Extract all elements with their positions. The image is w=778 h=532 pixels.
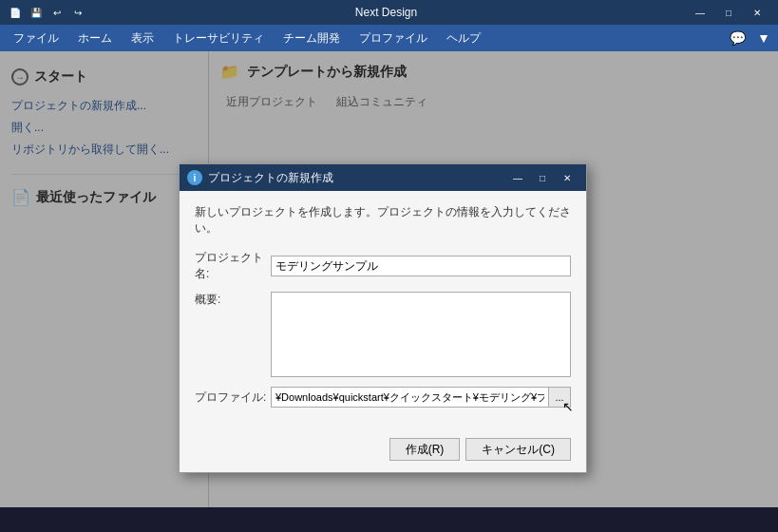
cursor-icon: ↖ bbox=[562, 399, 574, 414]
profile-browse-button[interactable]: ... ↖ bbox=[548, 387, 571, 408]
create-button[interactable]: 作成(R) bbox=[389, 438, 461, 461]
app-title: Next Design bbox=[85, 6, 687, 19]
menu-traceability[interactable]: トレーサビリティ bbox=[163, 27, 274, 50]
main-area: → スタート プロジェクトの新規作成... 開く... リポジトリから取得して開… bbox=[0, 51, 778, 507]
cancel-button[interactable]: キャンセル(C) bbox=[465, 438, 571, 461]
file-icon[interactable]: 📄 bbox=[8, 5, 23, 20]
profile-label: プロファイル: bbox=[195, 390, 271, 406]
dialog-titlebar: i プロジェクトの新規作成 — □ ✕ bbox=[180, 164, 586, 191]
dialog-title: プロジェクトの新規作成 bbox=[208, 170, 506, 186]
maximize-button[interactable]: □ bbox=[715, 4, 742, 21]
menu-profile[interactable]: プロファイル bbox=[350, 27, 437, 50]
new-project-link[interactable]: プロジェクトの新規作成... bbox=[11, 95, 197, 117]
close-button[interactable]: ✕ bbox=[744, 4, 770, 21]
summary-input[interactable] bbox=[271, 292, 571, 377]
title-bar-icons: 📄 💾 ↩ ↪ bbox=[8, 5, 85, 20]
profile-input-wrap: ... ↖ bbox=[271, 387, 571, 408]
menu-view[interactable]: 表示 bbox=[122, 27, 163, 50]
dialog-description: 新しいプロジェクトを作成します。プロジェクトの情報を入力してください。 bbox=[195, 204, 571, 237]
dialog-footer: 作成(R) キャンセル(C) bbox=[180, 430, 586, 472]
left-panel: → スタート プロジェクトの新規作成... 開く... リポジトリから取得して開… bbox=[0, 51, 209, 507]
open-link[interactable]: 開く... bbox=[11, 117, 197, 139]
redo-icon[interactable]: ↪ bbox=[70, 5, 85, 20]
recent-title: 📄 最近使ったファイル bbox=[11, 188, 197, 206]
dialog-body: 新しいプロジェクトを作成します。プロジェクトの情報を入力してください。 プロジェ… bbox=[180, 191, 586, 430]
dialog-minimize-button[interactable]: — bbox=[506, 169, 529, 186]
profile-path-input[interactable] bbox=[271, 387, 548, 408]
profile-row: プロファイル: ... ↖ bbox=[195, 387, 571, 408]
project-name-row: プロジェクト名: bbox=[195, 250, 571, 282]
menu-help[interactable]: ヘルプ bbox=[437, 27, 490, 50]
right-panel-header: 📁 テンプレートから新規作成 bbox=[220, 63, 767, 81]
start-icon: → bbox=[11, 68, 28, 86]
undo-icon[interactable]: ↩ bbox=[49, 5, 65, 20]
new-project-dialog: i プロジェクトの新規作成 — □ ✕ 新しいプロジェクトを作成します。プロジェ… bbox=[179, 163, 587, 473]
recent-section: 📄 最近使ったファイル bbox=[0, 182, 208, 212]
menu-bar-right: 💬 ▼ bbox=[727, 28, 774, 48]
expand-icon[interactable]: ▼ bbox=[753, 28, 774, 48]
summary-row: 概要: bbox=[195, 292, 571, 377]
menu-file[interactable]: ファイル bbox=[4, 27, 68, 50]
dialog-controls: — □ ✕ bbox=[506, 169, 579, 186]
tab-community[interactable]: 組込コミュニティ bbox=[331, 92, 433, 114]
menu-teamdev[interactable]: チーム開発 bbox=[274, 27, 350, 50]
message-icon[interactable]: 💬 bbox=[727, 28, 748, 48]
title-bar: 📄 💾 ↩ ↪ Next Design — □ ✕ bbox=[0, 0, 778, 25]
folder-icon: 📁 bbox=[220, 63, 239, 81]
start-section: → スタート プロジェクトの新規作成... 開く... リポジトリから取得して開… bbox=[0, 63, 208, 166]
dialog-info-icon: i bbox=[187, 170, 202, 185]
dialog-maximize-button[interactable]: □ bbox=[531, 169, 554, 186]
dialog-close-button[interactable]: ✕ bbox=[556, 169, 579, 186]
tab-recent-projects[interactable]: 近用プロジェクト bbox=[220, 92, 323, 114]
menu-bar: ファイル ホーム 表示 トレーサビリティ チーム開発 プロファイル ヘルプ 💬 … bbox=[0, 25, 778, 51]
repo-open-link[interactable]: リポジトリから取得して開く... bbox=[11, 139, 197, 161]
recent-file-icon: 📄 bbox=[11, 188, 30, 206]
summary-label: 概要: bbox=[195, 292, 271, 308]
save-icon[interactable]: 💾 bbox=[28, 5, 44, 20]
start-section-title: → スタート bbox=[11, 68, 197, 86]
right-panel-tabs: 近用プロジェクト 組込コミュニティ bbox=[220, 92, 767, 114]
project-name-label: プロジェクト名: bbox=[195, 250, 271, 282]
minimize-button[interactable]: — bbox=[687, 4, 713, 21]
title-bar-left: 📄 💾 ↩ ↪ bbox=[8, 5, 85, 20]
panel-divider bbox=[11, 174, 197, 175]
title-bar-controls: — □ ✕ bbox=[687, 4, 770, 21]
right-panel-title: テンプレートから新規作成 bbox=[247, 64, 407, 81]
project-name-input[interactable] bbox=[271, 256, 571, 276]
menu-home[interactable]: ホーム bbox=[68, 27, 122, 50]
